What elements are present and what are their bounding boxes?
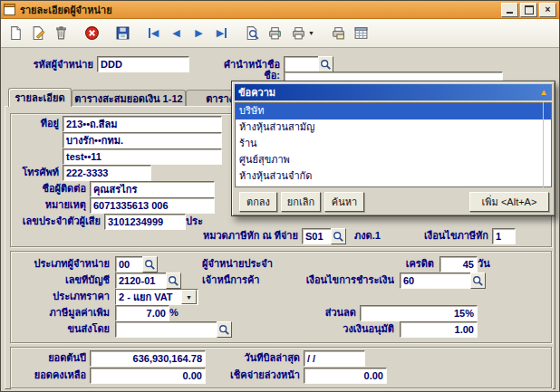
search-button[interactable]: ค้นหา xyxy=(324,192,364,212)
magnifier-icon xyxy=(320,59,332,71)
list-item[interactable]: ศูนย์สุขภาพ xyxy=(236,152,551,168)
payment-condition-input[interactable]: 60 xyxy=(400,272,472,289)
preview-button[interactable] xyxy=(241,22,264,44)
vendor-type-input[interactable]: 00 xyxy=(115,256,144,272)
last-record-icon: ▶ xyxy=(217,28,227,38)
print-setup-button[interactable] xyxy=(327,22,350,44)
address-line3-input[interactable]: test••11 xyxy=(63,148,222,165)
prefix-list: บริษัท ห้างหุ้นส่วนสามัญ ร้าน ศูนย์สุขภา… xyxy=(235,102,552,187)
close-button[interactable]: × xyxy=(539,3,556,17)
vendor-type-label: ประเภทผู้จำหน่าย xyxy=(8,258,110,270)
price-type-label: ประเภทราคา xyxy=(8,291,110,302)
print-button[interactable] xyxy=(264,22,286,44)
edit-pencil-icon xyxy=(31,25,46,41)
percent-label: % xyxy=(169,307,184,319)
maximize-button[interactable] xyxy=(520,3,537,17)
balance-label: ยอดคงเหลือ xyxy=(8,369,86,381)
begin-balance-input[interactable]: 636,930,164.78 xyxy=(90,350,206,367)
credit-limit-input[interactable]: 1.00 xyxy=(400,321,478,338)
prefix-lookup-button[interactable] xyxy=(318,56,333,72)
wht-condition-input[interactable]: 1 xyxy=(492,228,516,244)
discount-label: ส่วนลด xyxy=(300,307,356,319)
printer-icon xyxy=(291,25,306,41)
next-record-icon: ▶ xyxy=(195,28,202,38)
tab-details[interactable]: รายละเอียด xyxy=(8,88,72,107)
minimize-button[interactable] xyxy=(501,3,518,17)
advance-cheque-label: เช็คจ่ายล่วงหน้า xyxy=(217,369,300,381)
magnifier-icon xyxy=(472,275,484,287)
transport-label: ขนส่งโดย xyxy=(8,323,110,335)
first-record-icon: ◀ xyxy=(149,28,159,38)
balance-input[interactable]: 0.00 xyxy=(90,368,206,384)
account-input[interactable]: 2120-01 xyxy=(115,272,168,289)
account-label: เลขที่บัญชี xyxy=(8,274,110,286)
vat-input[interactable]: 7.00 xyxy=(115,305,169,321)
magnifier-icon xyxy=(144,259,156,271)
begin-balance-label: ยอดต้นปี xyxy=(8,352,86,364)
contact-label: ชื่อผู้ติดต่อ xyxy=(8,183,86,195)
payable-label: เจ้าหนี้การค้า xyxy=(202,274,293,286)
list-item[interactable]: ห้างหุ้นส่วนสามัญ xyxy=(236,120,551,136)
wht-code-input[interactable]: S01 xyxy=(302,228,333,244)
app-icon xyxy=(4,4,15,15)
advance-cheque-input[interactable]: 0.00 xyxy=(304,368,387,384)
toolbar: ◀ ◀ ▶ ▶ ▼ xyxy=(1,19,559,48)
preview-magnifier-icon xyxy=(245,25,260,41)
payment-condition-label: เงื่อนไขการชำระเงิน xyxy=(293,274,394,286)
vat-label: ภาษีมูลค่าเพิ่ม xyxy=(8,307,110,319)
trash-icon xyxy=(53,25,69,41)
edit-button[interactable] xyxy=(27,22,50,44)
popup-title: ข้อความ xyxy=(238,84,275,100)
last-record-button[interactable]: ▶ xyxy=(210,22,233,44)
cancel-button[interactable] xyxy=(81,22,103,44)
wht-lookup-button[interactable] xyxy=(331,228,346,244)
vendor-type-lookup-button[interactable] xyxy=(142,256,158,272)
payment-condition-lookup-button[interactable] xyxy=(470,272,486,289)
new-document-icon xyxy=(8,25,24,41)
delete-button[interactable] xyxy=(50,22,72,44)
save-button[interactable] xyxy=(111,22,134,44)
window-title: รายละเอียดผู้จำหน่าย xyxy=(20,2,499,18)
discount-input[interactable]: 15% xyxy=(360,305,478,321)
clipped-label: ประ xyxy=(186,215,229,227)
taxid-label: เลขประจำตัวผู้เสีย xyxy=(8,215,101,227)
transport-input[interactable] xyxy=(115,321,218,338)
note-input[interactable]: 6071335613 006 xyxy=(90,197,215,214)
vendor-code-input[interactable]: DDD xyxy=(97,56,189,72)
regular-vendor-label: ผู้จำหน่ายประจำ xyxy=(202,258,304,270)
taxid-input[interactable]: 3101234999 xyxy=(104,214,186,230)
prefix-input[interactable] xyxy=(284,56,320,72)
last-bill-date-input[interactable]: / / xyxy=(304,350,365,367)
dropdown-arrow-icon[interactable]: ▼ xyxy=(181,290,197,304)
price-type-value: 2 - แยก VAT xyxy=(116,289,180,305)
maximize-icon xyxy=(525,5,534,14)
list-item[interactable]: ร้าน xyxy=(236,136,551,152)
contact-input[interactable]: คุณสรไกร xyxy=(90,181,215,197)
previous-record-button[interactable]: ◀ xyxy=(165,22,188,44)
sort-indicator-icon: ▲ xyxy=(539,88,548,97)
list-item[interactable]: ห้างหุ้นส่วนจำกัด xyxy=(236,168,551,185)
price-type-dropdown[interactable]: 2 - แยก VAT ▼ xyxy=(115,289,198,305)
ok-button[interactable]: ตกลง xyxy=(239,192,277,212)
address-line2-input[interactable]: บางรัก••กทม. xyxy=(63,132,222,148)
popup-titlebar: ข้อความ ▲ xyxy=(235,84,552,100)
phone-input[interactable]: 222-3333 xyxy=(63,165,151,181)
minimize-icon xyxy=(507,12,513,14)
new-button[interactable] xyxy=(5,22,27,44)
add-button[interactable]: เพิ่ม <Alt+A> xyxy=(469,192,549,212)
browse-grid-button[interactable] xyxy=(350,22,372,44)
list-item-selected[interactable]: บริษัท xyxy=(236,103,551,120)
first-record-button[interactable]: ◀ xyxy=(142,22,165,44)
tab-accum-1-12[interactable]: ตารางสะสมยอดเงิน 1-12 xyxy=(72,90,186,107)
account-lookup-button[interactable] xyxy=(166,272,181,289)
transport-lookup-button[interactable] xyxy=(217,321,232,338)
credit-label: เครดิต xyxy=(391,258,434,270)
data-grid-icon xyxy=(353,25,369,41)
credit-days-input[interactable]: 45 xyxy=(439,256,478,272)
print-options-button[interactable]: ▼ xyxy=(286,22,319,44)
cancel-lookup-button[interactable]: ยกเลิก xyxy=(281,192,321,212)
days-label: วัน xyxy=(478,258,505,270)
address-line1-input[interactable]: 213••ถ.สีลม xyxy=(63,116,222,132)
next-record-button[interactable]: ▶ xyxy=(188,22,210,44)
wht-category-label: หมวดภาษีหัก ณ ที่จ่าย xyxy=(191,230,298,242)
